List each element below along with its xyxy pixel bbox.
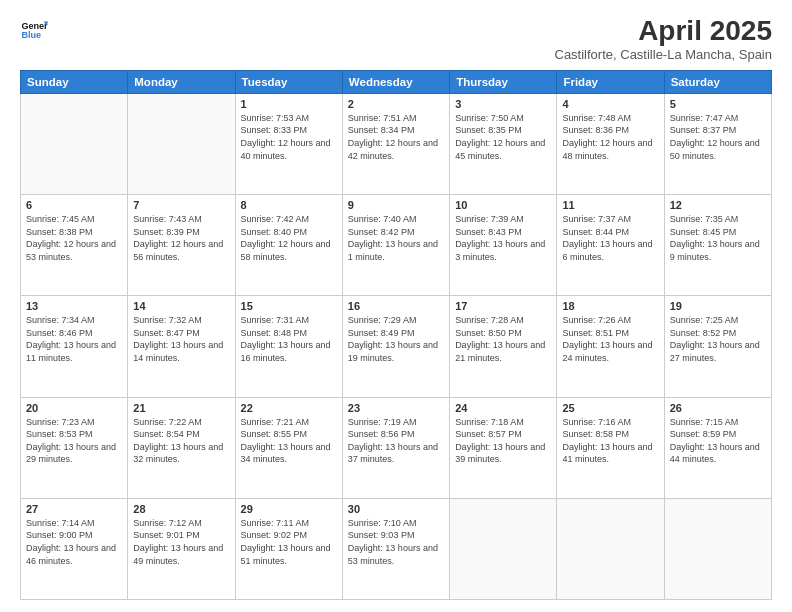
calendar-cell: 17Sunrise: 7:28 AM Sunset: 8:50 PM Dayli… — [450, 296, 557, 397]
calendar-cell: 29Sunrise: 7:11 AM Sunset: 9:02 PM Dayli… — [235, 498, 342, 599]
day-number: 15 — [241, 300, 337, 312]
calendar-cell: 10Sunrise: 7:39 AM Sunset: 8:43 PM Dayli… — [450, 195, 557, 296]
page: General Blue April 2025 Castilforte, Cas… — [0, 0, 792, 612]
calendar-cell: 13Sunrise: 7:34 AM Sunset: 8:46 PM Dayli… — [21, 296, 128, 397]
calendar-cell — [128, 93, 235, 194]
calendar-cell: 3Sunrise: 7:50 AM Sunset: 8:35 PM Daylig… — [450, 93, 557, 194]
calendar-week-2: 13Sunrise: 7:34 AM Sunset: 8:46 PM Dayli… — [21, 296, 772, 397]
day-info: Sunrise: 7:51 AM Sunset: 8:34 PM Dayligh… — [348, 112, 444, 162]
calendar-cell: 2Sunrise: 7:51 AM Sunset: 8:34 PM Daylig… — [342, 93, 449, 194]
calendar-cell: 30Sunrise: 7:10 AM Sunset: 9:03 PM Dayli… — [342, 498, 449, 599]
day-info: Sunrise: 7:43 AM Sunset: 8:39 PM Dayligh… — [133, 213, 229, 263]
day-info: Sunrise: 7:26 AM Sunset: 8:51 PM Dayligh… — [562, 314, 658, 364]
calendar-cell: 7Sunrise: 7:43 AM Sunset: 8:39 PM Daylig… — [128, 195, 235, 296]
day-info: Sunrise: 7:34 AM Sunset: 8:46 PM Dayligh… — [26, 314, 122, 364]
location: Castilforte, Castille-La Mancha, Spain — [555, 47, 773, 62]
day-number: 16 — [348, 300, 444, 312]
day-number: 12 — [670, 199, 766, 211]
calendar-cell — [21, 93, 128, 194]
month-title: April 2025 — [555, 16, 773, 47]
day-number: 1 — [241, 98, 337, 110]
svg-text:Blue: Blue — [21, 30, 41, 40]
calendar-cell: 8Sunrise: 7:42 AM Sunset: 8:40 PM Daylig… — [235, 195, 342, 296]
day-info: Sunrise: 7:53 AM Sunset: 8:33 PM Dayligh… — [241, 112, 337, 162]
calendar-week-3: 20Sunrise: 7:23 AM Sunset: 8:53 PM Dayli… — [21, 397, 772, 498]
day-info: Sunrise: 7:15 AM Sunset: 8:59 PM Dayligh… — [670, 416, 766, 466]
calendar-cell: 28Sunrise: 7:12 AM Sunset: 9:01 PM Dayli… — [128, 498, 235, 599]
calendar-cell: 14Sunrise: 7:32 AM Sunset: 8:47 PM Dayli… — [128, 296, 235, 397]
calendar-cell: 20Sunrise: 7:23 AM Sunset: 8:53 PM Dayli… — [21, 397, 128, 498]
day-number: 27 — [26, 503, 122, 515]
calendar-cell: 15Sunrise: 7:31 AM Sunset: 8:48 PM Dayli… — [235, 296, 342, 397]
day-number: 14 — [133, 300, 229, 312]
day-info: Sunrise: 7:21 AM Sunset: 8:55 PM Dayligh… — [241, 416, 337, 466]
day-number: 10 — [455, 199, 551, 211]
header-friday: Friday — [557, 70, 664, 93]
day-number: 6 — [26, 199, 122, 211]
calendar-week-1: 6Sunrise: 7:45 AM Sunset: 8:38 PM Daylig… — [21, 195, 772, 296]
day-number: 26 — [670, 402, 766, 414]
day-number: 20 — [26, 402, 122, 414]
day-info: Sunrise: 7:37 AM Sunset: 8:44 PM Dayligh… — [562, 213, 658, 263]
svg-text:General: General — [21, 21, 48, 31]
day-info: Sunrise: 7:29 AM Sunset: 8:49 PM Dayligh… — [348, 314, 444, 364]
day-info: Sunrise: 7:42 AM Sunset: 8:40 PM Dayligh… — [241, 213, 337, 263]
day-number: 25 — [562, 402, 658, 414]
day-number: 9 — [348, 199, 444, 211]
header-saturday: Saturday — [664, 70, 771, 93]
calendar-cell: 16Sunrise: 7:29 AM Sunset: 8:49 PM Dayli… — [342, 296, 449, 397]
day-info: Sunrise: 7:11 AM Sunset: 9:02 PM Dayligh… — [241, 517, 337, 567]
day-number: 8 — [241, 199, 337, 211]
day-info: Sunrise: 7:23 AM Sunset: 8:53 PM Dayligh… — [26, 416, 122, 466]
logo-icon: General Blue — [20, 16, 48, 44]
title-block: April 2025 Castilforte, Castille-La Manc… — [555, 16, 773, 62]
calendar-week-4: 27Sunrise: 7:14 AM Sunset: 9:00 PM Dayli… — [21, 498, 772, 599]
header: General Blue April 2025 Castilforte, Cas… — [20, 16, 772, 62]
day-number: 13 — [26, 300, 122, 312]
calendar-cell: 24Sunrise: 7:18 AM Sunset: 8:57 PM Dayli… — [450, 397, 557, 498]
day-number: 18 — [562, 300, 658, 312]
day-number: 5 — [670, 98, 766, 110]
day-number: 29 — [241, 503, 337, 515]
day-info: Sunrise: 7:28 AM Sunset: 8:50 PM Dayligh… — [455, 314, 551, 364]
day-info: Sunrise: 7:50 AM Sunset: 8:35 PM Dayligh… — [455, 112, 551, 162]
header-tuesday: Tuesday — [235, 70, 342, 93]
day-number: 23 — [348, 402, 444, 414]
calendar-cell: 9Sunrise: 7:40 AM Sunset: 8:42 PM Daylig… — [342, 195, 449, 296]
day-info: Sunrise: 7:22 AM Sunset: 8:54 PM Dayligh… — [133, 416, 229, 466]
day-number: 21 — [133, 402, 229, 414]
day-number: 19 — [670, 300, 766, 312]
calendar-cell: 6Sunrise: 7:45 AM Sunset: 8:38 PM Daylig… — [21, 195, 128, 296]
logo: General Blue — [20, 16, 48, 44]
day-number: 11 — [562, 199, 658, 211]
day-info: Sunrise: 7:39 AM Sunset: 8:43 PM Dayligh… — [455, 213, 551, 263]
day-info: Sunrise: 7:31 AM Sunset: 8:48 PM Dayligh… — [241, 314, 337, 364]
day-number: 30 — [348, 503, 444, 515]
calendar-cell: 4Sunrise: 7:48 AM Sunset: 8:36 PM Daylig… — [557, 93, 664, 194]
day-number: 2 — [348, 98, 444, 110]
day-info: Sunrise: 7:18 AM Sunset: 8:57 PM Dayligh… — [455, 416, 551, 466]
day-number: 22 — [241, 402, 337, 414]
calendar-header-row: Sunday Monday Tuesday Wednesday Thursday… — [21, 70, 772, 93]
day-number: 24 — [455, 402, 551, 414]
day-info: Sunrise: 7:14 AM Sunset: 9:00 PM Dayligh… — [26, 517, 122, 567]
day-number: 17 — [455, 300, 551, 312]
calendar-cell — [664, 498, 771, 599]
day-info: Sunrise: 7:45 AM Sunset: 8:38 PM Dayligh… — [26, 213, 122, 263]
calendar-cell: 25Sunrise: 7:16 AM Sunset: 8:58 PM Dayli… — [557, 397, 664, 498]
header-thursday: Thursday — [450, 70, 557, 93]
calendar-cell — [450, 498, 557, 599]
day-info: Sunrise: 7:16 AM Sunset: 8:58 PM Dayligh… — [562, 416, 658, 466]
calendar-cell: 26Sunrise: 7:15 AM Sunset: 8:59 PM Dayli… — [664, 397, 771, 498]
calendar-cell: 1Sunrise: 7:53 AM Sunset: 8:33 PM Daylig… — [235, 93, 342, 194]
day-info: Sunrise: 7:19 AM Sunset: 8:56 PM Dayligh… — [348, 416, 444, 466]
day-number: 28 — [133, 503, 229, 515]
calendar-cell: 22Sunrise: 7:21 AM Sunset: 8:55 PM Dayli… — [235, 397, 342, 498]
header-sunday: Sunday — [21, 70, 128, 93]
day-number: 3 — [455, 98, 551, 110]
calendar-cell: 21Sunrise: 7:22 AM Sunset: 8:54 PM Dayli… — [128, 397, 235, 498]
calendar-cell: 19Sunrise: 7:25 AM Sunset: 8:52 PM Dayli… — [664, 296, 771, 397]
calendar-cell: 12Sunrise: 7:35 AM Sunset: 8:45 PM Dayli… — [664, 195, 771, 296]
calendar-cell — [557, 498, 664, 599]
day-info: Sunrise: 7:10 AM Sunset: 9:03 PM Dayligh… — [348, 517, 444, 567]
